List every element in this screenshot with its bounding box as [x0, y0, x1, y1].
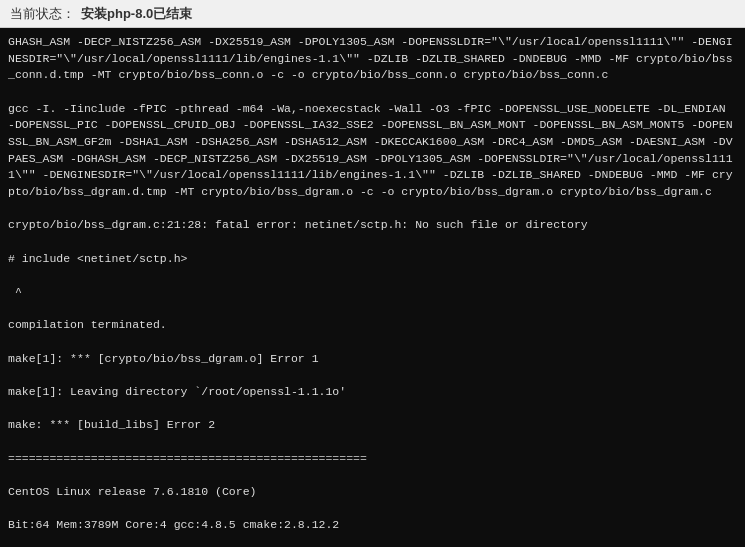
terminal-line: GHASH_ASM -DECP_NISTZ256_ASM -DX25519_AS…	[8, 34, 737, 84]
terminal-line: make[1]: *** [crypto/bio/bss_dgram.o] Er…	[8, 351, 737, 368]
terminal-line: compilation terminated.	[8, 317, 737, 334]
app-container: 当前状态： 安装php-8.0已结束 GHASH_ASM -DECP_NISTZ…	[0, 0, 745, 547]
title-bar: 当前状态： 安装php-8.0已结束	[0, 0, 745, 28]
title-value: 安装php-8.0已结束	[81, 5, 192, 23]
terminal-body[interactable]: GHASH_ASM -DECP_NISTZ256_ASM -DX25519_AS…	[0, 28, 745, 547]
terminal-line: ========================================…	[8, 451, 737, 468]
title-label: 当前状态：	[10, 5, 75, 23]
terminal-line: make: *** [build_libs] Error 2	[8, 417, 737, 434]
terminal-line: ^	[8, 284, 737, 301]
terminal-line: gcc -I. -Iinclude -fPIC -pthread -m64 -W…	[8, 101, 737, 201]
terminal-line: make[1]: Leaving directory `/root/openss…	[8, 384, 737, 401]
terminal-line: crypto/bio/bss_dgram.c:21:28: fatal erro…	[8, 217, 737, 234]
terminal-line: Bit:64 Mem:3789M Core:4 gcc:4.8.5 cmake:…	[8, 517, 737, 534]
terminal-line: # include <netinet/sctp.h>	[8, 251, 737, 268]
terminal-line: CentOS Linux release 7.6.1810 (Core)	[8, 484, 737, 501]
